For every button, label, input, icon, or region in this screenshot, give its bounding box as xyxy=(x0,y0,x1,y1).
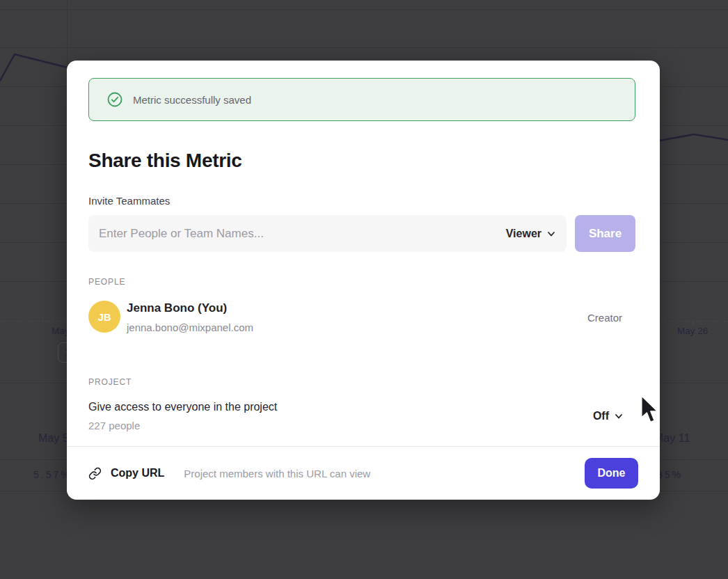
url-permission-hint: Project members with this URL can view xyxy=(184,468,370,479)
person-email: jenna.bono@mixpanel.com xyxy=(127,322,253,333)
share-metric-modal: Metric successfully saved Share this Met… xyxy=(67,61,660,500)
copy-url-label: Copy URL xyxy=(111,467,164,479)
done-button[interactable]: Done xyxy=(585,458,638,489)
invite-input[interactable] xyxy=(99,227,500,241)
person-role: Creator xyxy=(587,312,622,324)
project-people-count: 227 people xyxy=(88,420,140,431)
check-circle-icon xyxy=(106,91,123,108)
invite-row: Viewer Share xyxy=(88,215,635,252)
table-value-left: 5.57% xyxy=(33,469,72,480)
role-dropdown-value: Viewer xyxy=(506,228,541,240)
chart-line-right xyxy=(660,134,728,141)
table-header-may5: May 5 xyxy=(38,432,69,445)
invite-teammates-label: Invite Teammates xyxy=(88,195,170,207)
modal-title: Share this Metric xyxy=(88,150,242,172)
invite-input-wrap: Viewer xyxy=(88,215,567,252)
project-access-title: Give access to everyone in the project xyxy=(88,401,277,413)
success-banner: Metric successfully saved xyxy=(88,78,635,121)
modal-footer: Copy URL Project members with this URL c… xyxy=(67,446,660,500)
x-axis-label-right: May 26 xyxy=(677,326,708,336)
copy-url-button[interactable]: Copy URL xyxy=(88,467,164,480)
link-icon xyxy=(88,467,102,480)
project-access-dropdown[interactable]: Off xyxy=(593,410,624,422)
chart-line-left xyxy=(0,54,68,81)
person-name: Jenna Bono (You) xyxy=(127,301,227,315)
avatar-initials: JB xyxy=(97,311,111,323)
share-button[interactable]: Share xyxy=(575,215,635,252)
screen: May 5 May 26 1 May 5 May 11 5.57% 35% Me… xyxy=(0,0,728,579)
role-dropdown[interactable]: Viewer xyxy=(506,228,556,240)
people-section-label: PEOPLE xyxy=(88,277,125,287)
success-banner-message: Metric successfully saved xyxy=(133,94,251,106)
project-section-label: PROJECT xyxy=(88,377,132,387)
chevron-down-icon xyxy=(546,229,556,239)
project-access-value: Off xyxy=(593,410,609,422)
avatar: JB xyxy=(88,301,120,333)
chevron-down-icon xyxy=(614,411,624,421)
table-value-right: 35% xyxy=(657,469,683,480)
